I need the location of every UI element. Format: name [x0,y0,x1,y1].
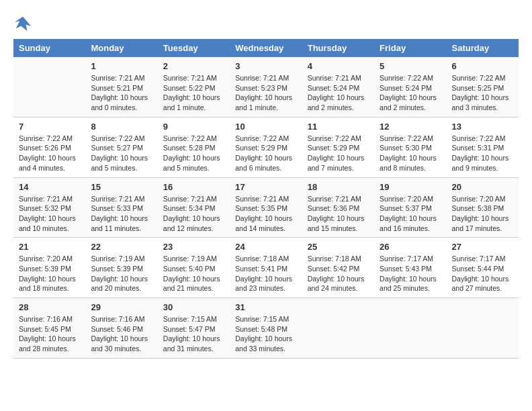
calendar-cell: 27Sunrise: 7:17 AM Sunset: 5:44 PM Dayli… [447,238,519,298]
calendar-cell: 30Sunrise: 7:15 AM Sunset: 5:47 PM Dayli… [158,298,230,359]
day-number: 4 [308,61,369,71]
col-header-sunday: Sunday [13,39,85,57]
col-header-monday: Monday [85,39,157,57]
day-number: 7 [19,122,80,132]
calendar-cell: 14Sunrise: 7:21 AM Sunset: 5:32 PM Dayli… [13,177,85,238]
day-number: 6 [452,61,513,71]
day-info: Sunrise: 7:22 AM Sunset: 5:27 PM Dayligh… [91,134,152,173]
calendar-cell: 31Sunrise: 7:15 AM Sunset: 5:48 PM Dayli… [230,298,302,359]
day-number: 11 [308,122,369,132]
day-info: Sunrise: 7:17 AM Sunset: 5:43 PM Dayligh… [380,254,441,293]
calendar-cell: 1Sunrise: 7:21 AM Sunset: 5:21 PM Daylig… [85,57,157,117]
day-number: 16 [163,182,224,192]
day-info: Sunrise: 7:20 AM Sunset: 5:37 PM Dayligh… [380,194,441,234]
col-header-tuesday: Tuesday [158,39,230,57]
day-number: 13 [452,122,513,132]
calendar-cell: 12Sunrise: 7:22 AM Sunset: 5:30 PM Dayli… [374,117,446,177]
day-number: 24 [235,242,296,252]
day-number: 25 [308,242,369,252]
day-number: 3 [235,61,296,71]
calendar-cell: 28Sunrise: 7:16 AM Sunset: 5:45 PM Dayli… [13,298,85,359]
calendar-cell: 20Sunrise: 7:20 AM Sunset: 5:38 PM Dayli… [447,177,519,238]
calendar-cell: 7Sunrise: 7:22 AM Sunset: 5:26 PM Daylig… [13,117,85,177]
day-info: Sunrise: 7:21 AM Sunset: 5:36 PM Dayligh… [308,194,369,234]
calendar-cell: 4Sunrise: 7:21 AM Sunset: 5:24 PM Daylig… [302,57,374,117]
calendar-cell: 21Sunrise: 7:20 AM Sunset: 5:39 PM Dayli… [13,238,85,298]
col-header-friday: Friday [374,39,446,57]
week-row-1: 1Sunrise: 7:21 AM Sunset: 5:21 PM Daylig… [13,57,519,117]
day-info: Sunrise: 7:22 AM Sunset: 5:30 PM Dayligh… [380,134,441,173]
day-info: Sunrise: 7:22 AM Sunset: 5:28 PM Dayligh… [163,134,224,173]
calendar-cell: 6Sunrise: 7:22 AM Sunset: 5:25 PM Daylig… [447,57,519,117]
day-number: 8 [91,122,152,132]
calendar-cell: 18Sunrise: 7:21 AM Sunset: 5:36 PM Dayli… [302,177,374,238]
day-number: 18 [308,182,369,192]
calendar-cell: 23Sunrise: 7:19 AM Sunset: 5:40 PM Dayli… [158,238,230,298]
calendar-cell: 24Sunrise: 7:18 AM Sunset: 5:41 PM Dayli… [230,238,302,298]
calendar-cell: 26Sunrise: 7:17 AM Sunset: 5:43 PM Dayli… [374,238,446,298]
week-row-3: 14Sunrise: 7:21 AM Sunset: 5:32 PM Dayli… [13,177,519,238]
calendar-cell: 9Sunrise: 7:22 AM Sunset: 5:28 PM Daylig… [158,117,230,177]
svg-marker-0 [15,17,31,31]
calendar-cell: 13Sunrise: 7:22 AM Sunset: 5:31 PM Dayli… [447,117,519,177]
col-header-saturday: Saturday [447,39,519,57]
calendar-cell: 11Sunrise: 7:22 AM Sunset: 5:29 PM Dayli… [302,117,374,177]
day-info: Sunrise: 7:21 AM Sunset: 5:22 PM Dayligh… [163,73,224,113]
day-info: Sunrise: 7:19 AM Sunset: 5:40 PM Dayligh… [163,254,224,293]
day-number: 19 [380,182,441,192]
day-info: Sunrise: 7:21 AM Sunset: 5:34 PM Dayligh… [163,194,224,234]
day-info: Sunrise: 7:21 AM Sunset: 5:35 PM Dayligh… [235,194,296,234]
day-info: Sunrise: 7:22 AM Sunset: 5:29 PM Dayligh… [235,134,296,173]
week-row-2: 7Sunrise: 7:22 AM Sunset: 5:26 PM Daylig… [13,117,519,177]
day-info: Sunrise: 7:18 AM Sunset: 5:42 PM Dayligh… [308,254,369,293]
day-number: 12 [380,122,441,132]
calendar-cell: 10Sunrise: 7:22 AM Sunset: 5:29 PM Dayli… [230,117,302,177]
day-info: Sunrise: 7:22 AM Sunset: 5:29 PM Dayligh… [308,134,369,173]
calendar-cell: 17Sunrise: 7:21 AM Sunset: 5:35 PM Dayli… [230,177,302,238]
day-info: Sunrise: 7:15 AM Sunset: 5:47 PM Dayligh… [163,314,224,354]
day-info: Sunrise: 7:20 AM Sunset: 5:39 PM Dayligh… [19,254,80,293]
calendar-cell: 8Sunrise: 7:22 AM Sunset: 5:27 PM Daylig… [85,117,157,177]
day-number: 31 [235,302,296,312]
day-number: 30 [163,302,224,312]
day-info: Sunrise: 7:21 AM Sunset: 5:32 PM Dayligh… [19,194,80,234]
week-row-5: 28Sunrise: 7:16 AM Sunset: 5:45 PM Dayli… [13,298,519,359]
day-info: Sunrise: 7:22 AM Sunset: 5:25 PM Dayligh… [452,73,513,113]
header [13,13,519,32]
day-number: 23 [163,242,224,252]
day-number: 22 [91,242,152,252]
calendar-header: SundayMondayTuesdayWednesdayThursdayFrid… [13,39,519,57]
day-number: 9 [163,122,224,132]
day-number: 15 [91,182,152,192]
calendar-cell [302,298,374,359]
day-number: 17 [235,182,296,192]
day-info: Sunrise: 7:19 AM Sunset: 5:39 PM Dayligh… [91,254,152,293]
logo [13,13,35,32]
calendar-table: SundayMondayTuesdayWednesdayThursdayFrid… [13,39,519,359]
day-number: 21 [19,242,80,252]
day-info: Sunrise: 7:20 AM Sunset: 5:38 PM Dayligh… [452,194,513,234]
calendar-cell: 25Sunrise: 7:18 AM Sunset: 5:42 PM Dayli… [302,238,374,298]
calendar-cell: 29Sunrise: 7:16 AM Sunset: 5:46 PM Dayli… [85,298,157,359]
day-info: Sunrise: 7:21 AM Sunset: 5:33 PM Dayligh… [91,194,152,234]
calendar-cell: 15Sunrise: 7:21 AM Sunset: 5:33 PM Dayli… [85,177,157,238]
day-number: 2 [163,61,224,71]
day-info: Sunrise: 7:16 AM Sunset: 5:45 PM Dayligh… [19,314,80,354]
day-info: Sunrise: 7:21 AM Sunset: 5:24 PM Dayligh… [308,73,369,113]
col-header-wednesday: Wednesday [230,39,302,57]
day-number: 10 [235,122,296,132]
calendar-cell [13,57,85,117]
day-info: Sunrise: 7:22 AM Sunset: 5:31 PM Dayligh… [452,134,513,173]
day-number: 28 [19,302,80,312]
day-number: 1 [91,61,152,71]
day-info: Sunrise: 7:21 AM Sunset: 5:23 PM Dayligh… [235,73,296,113]
day-info: Sunrise: 7:22 AM Sunset: 5:24 PM Dayligh… [380,73,441,113]
day-number: 29 [91,302,152,312]
calendar-cell: 5Sunrise: 7:22 AM Sunset: 5:24 PM Daylig… [374,57,446,117]
day-info: Sunrise: 7:22 AM Sunset: 5:26 PM Dayligh… [19,134,80,173]
day-number: 14 [19,182,80,192]
calendar-cell: 22Sunrise: 7:19 AM Sunset: 5:39 PM Dayli… [85,238,157,298]
calendar-cell: 3Sunrise: 7:21 AM Sunset: 5:23 PM Daylig… [230,57,302,117]
day-number: 26 [380,242,441,252]
calendar-cell [447,298,519,359]
